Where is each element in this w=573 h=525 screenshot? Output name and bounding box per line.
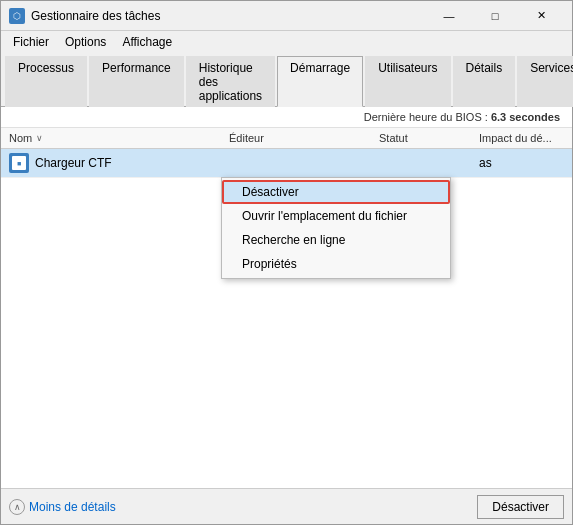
close-button[interactable]: ✕	[518, 1, 564, 31]
tab-processus[interactable]: Processus	[5, 56, 87, 107]
disable-button[interactable]: Désactiver	[477, 495, 564, 519]
tab-utilisateurs[interactable]: Utilisateurs	[365, 56, 450, 107]
tab-historique[interactable]: Historique des applications	[186, 56, 275, 107]
col-header-name[interactable]: Nom ∨	[9, 132, 229, 144]
row-impact: as	[479, 156, 492, 170]
context-menu-item-proprietes[interactable]: Propriétés	[222, 252, 450, 276]
bios-label: Dernière heure du BIOS :	[364, 111, 488, 123]
menu-bar: Fichier Options Affichage	[1, 31, 572, 53]
context-menu-item-ouvrir[interactable]: Ouvrir l'emplacement du fichier	[222, 204, 450, 228]
content-area: Dernière heure du BIOS : 6.3 secondes No…	[1, 107, 572, 488]
menu-affichage[interactable]: Affichage	[114, 33, 180, 51]
maximize-button[interactable]: □	[472, 1, 518, 31]
app-icon: ⬡	[9, 8, 25, 24]
minimize-button[interactable]: —	[426, 1, 472, 31]
col-header-impact[interactable]: Impact du dé...	[479, 132, 552, 144]
tab-demarrage[interactable]: Démarrage	[277, 56, 363, 107]
context-menu: Désactiver Ouvrir l'emplacement du fichi…	[221, 177, 451, 279]
window-controls: — □ ✕	[426, 1, 564, 31]
title-bar: ⬡ Gestionnaire des tâches — □ ✕	[1, 1, 572, 31]
col-header-editor[interactable]: Éditeur	[229, 132, 379, 144]
chevron-up-icon: ∧	[9, 499, 25, 515]
table-header: Nom ∨ Éditeur Statut Impact du dé...	[1, 128, 572, 149]
less-details-label: Moins de détails	[29, 500, 116, 514]
bios-value: 6.3 secondes	[491, 111, 560, 123]
col-header-status[interactable]: Statut	[379, 132, 479, 144]
table-row[interactable]: ■ Chargeur CTF as	[1, 149, 572, 178]
main-window: ⬡ Gestionnaire des tâches — □ ✕ Fichier …	[0, 0, 573, 525]
footer: ∧ Moins de détails Désactiver	[1, 488, 572, 524]
menu-fichier[interactable]: Fichier	[5, 33, 57, 51]
row-icon: ■	[9, 153, 29, 173]
row-name: Chargeur CTF	[35, 156, 229, 170]
context-menu-item-recherche[interactable]: Recherche en ligne	[222, 228, 450, 252]
menu-options[interactable]: Options	[57, 33, 114, 51]
window-title: Gestionnaire des tâches	[31, 9, 426, 23]
less-details-button[interactable]: ∧ Moins de détails	[9, 499, 116, 515]
sort-arrow-icon: ∨	[36, 133, 43, 143]
tab-details[interactable]: Détails	[453, 56, 516, 107]
tab-performance[interactable]: Performance	[89, 56, 184, 107]
tab-services[interactable]: Services	[517, 56, 573, 107]
tabs-bar: Processus Performance Historique des app…	[1, 53, 572, 107]
context-menu-item-desactiver[interactable]: Désactiver	[222, 180, 450, 204]
bios-bar: Dernière heure du BIOS : 6.3 secondes	[1, 107, 572, 128]
